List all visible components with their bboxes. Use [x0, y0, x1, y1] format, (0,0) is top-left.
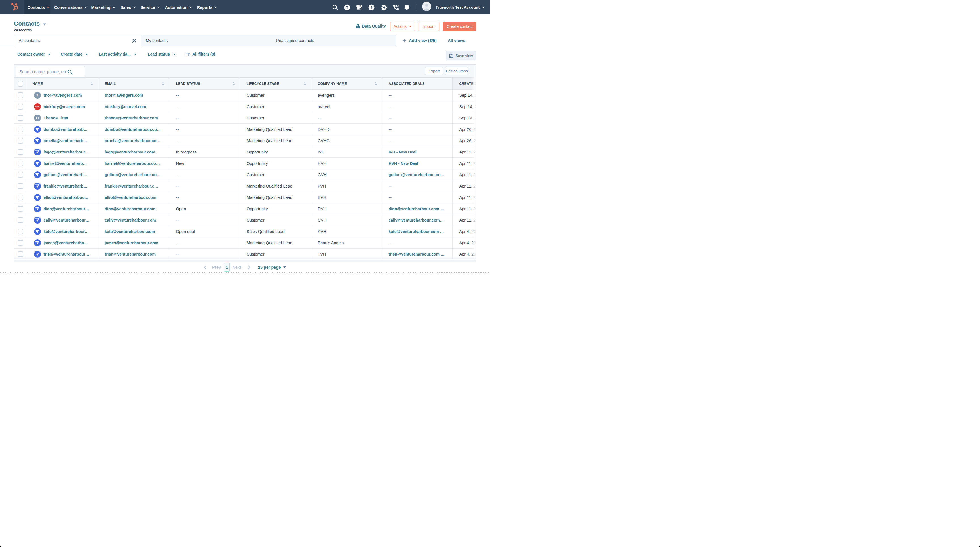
svg-text:?: ?	[370, 5, 372, 10]
